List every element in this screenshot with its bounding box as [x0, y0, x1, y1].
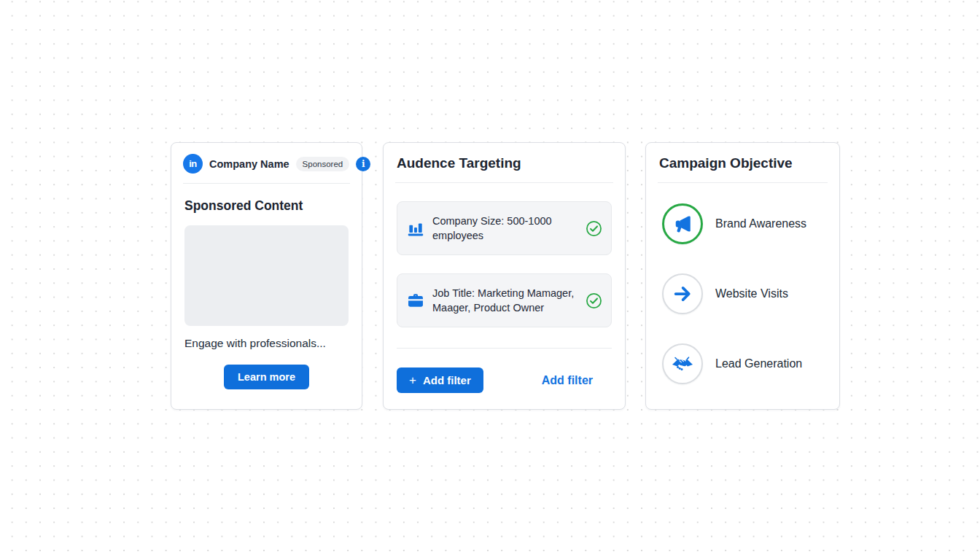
info-icon[interactable]: i [356, 157, 370, 171]
arrow-right-icon [672, 283, 693, 305]
objective-list: Brand Awareness Website Visits [646, 203, 839, 384]
post-header: in Company Name Sponsored i [171, 143, 362, 183]
add-filter-button-label: Add filter [423, 374, 471, 386]
divider [658, 182, 828, 183]
sponsored-content-title: Sponsored Content [184, 198, 349, 214]
megaphone-icon [672, 213, 693, 235]
objective-label: Brand Awareness [715, 217, 806, 230]
objective-label: Lead Generation [715, 357, 802, 370]
linkedin-icon: in [183, 154, 203, 174]
filter-chip-job-title[interactable]: Job Title: Marketing Mamager, Maager, Pr… [397, 273, 612, 327]
check-circle-icon [586, 220, 602, 237]
add-filter-link[interactable]: Add filter [542, 374, 593, 387]
image-placeholder [184, 225, 349, 326]
post-description: Engage with professionals... [184, 337, 349, 350]
filter-list: Company Size: 500-1000 employees Job Tit… [384, 201, 625, 327]
objective-ring [662, 343, 703, 384]
objective-brand-awareness[interactable]: Brand Awareness [662, 203, 823, 244]
objective-website-visits[interactable]: Website Visits [662, 273, 823, 314]
filter-chip-company-size[interactable]: Company Size: 500-1000 employees [397, 201, 612, 255]
filter-label: Company Size: 500-1000 employees [432, 214, 578, 243]
plus-icon: + [409, 374, 416, 386]
company-name: Company Name [209, 158, 289, 170]
audience-targeting-title: Audence Targeting [397, 155, 612, 171]
campaign-objective-title: Campaign Objective [659, 155, 826, 171]
campaign-objective-card: Campaign Objective Brand Awareness Websi… [645, 142, 840, 410]
objective-lead-generation[interactable]: Lead Generation [662, 343, 823, 384]
divider [395, 182, 613, 183]
divider [183, 183, 350, 184]
sponsored-post-card: in Company Name Sponsored i Sponsored Co… [171, 142, 362, 410]
handshake-icon [671, 352, 694, 376]
filter-label: Job Title: Marketing Mamager, Maager, Pr… [432, 286, 578, 315]
audience-targeting-card: Audence Targeting Company Size: 500-1000… [383, 142, 626, 410]
add-filter-button[interactable]: + Add filter [397, 368, 483, 393]
learn-more-button[interactable]: Learn more [224, 365, 309, 389]
sponsored-badge: Sponsored [296, 157, 350, 171]
briefcase-icon [406, 291, 425, 310]
bar-chart-icon [406, 219, 425, 238]
check-circle-icon [586, 292, 602, 309]
objective-ring-selected [662, 203, 703, 244]
objective-label: Website Visits [715, 287, 788, 300]
filter-footer: + Add filter Add filter [384, 349, 625, 393]
objective-ring [662, 273, 703, 314]
